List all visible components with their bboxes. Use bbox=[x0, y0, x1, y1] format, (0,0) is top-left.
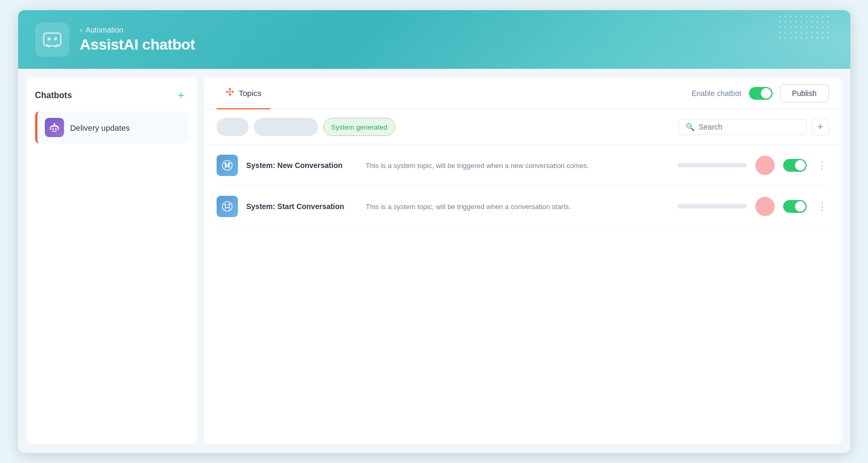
filter-pill-system-generated[interactable]: System generated bbox=[323, 118, 396, 136]
tab-topics-label: Topics bbox=[239, 89, 262, 98]
topic-name-1: System: New Conversation bbox=[246, 161, 343, 170]
chatbot-item-name: Delivery updates bbox=[70, 123, 130, 132]
topic-toggle-2[interactable] bbox=[783, 200, 807, 213]
header-title-section: ‹ Automation AssistAI chatbot bbox=[80, 26, 195, 53]
back-link[interactable]: ‹ Automation bbox=[80, 26, 195, 34]
topic-info-2: System: Start Conversation bbox=[246, 202, 353, 211]
chatbot-item-icon bbox=[45, 118, 64, 137]
search-box: 🔍 bbox=[679, 119, 807, 135]
topic-toggle-1[interactable] bbox=[783, 159, 807, 172]
table-row: System: New Conversation This is a syste… bbox=[217, 145, 829, 186]
topic-desc-1: This is a system topic, will be triggere… bbox=[366, 162, 669, 170]
sidebar-title: Chatbots bbox=[35, 91, 72, 100]
topic-icon-2 bbox=[217, 196, 238, 217]
search-input[interactable] bbox=[699, 123, 800, 131]
app-window: ‹ Automation AssistAI chatbot Chatbots + bbox=[18, 10, 850, 453]
filter-bar: System generated 🔍 + bbox=[204, 109, 842, 145]
filter-pill-1[interactable] bbox=[217, 118, 249, 136]
search-icon: 🔍 bbox=[686, 123, 695, 131]
topic-icon-1 bbox=[217, 155, 238, 176]
header: ‹ Automation AssistAI chatbot bbox=[18, 10, 850, 69]
topic-progress-2 bbox=[678, 204, 747, 209]
tab-bar: Topics Enable chatbot Publish bbox=[204, 77, 842, 109]
filter-right: 🔍 + bbox=[679, 118, 829, 135]
table-row: System: Start Conversation This is a sys… bbox=[217, 186, 829, 227]
svg-point-2 bbox=[54, 37, 57, 41]
svg-rect-0 bbox=[44, 33, 61, 46]
filter-pill-2[interactable] bbox=[254, 118, 318, 136]
svg-point-4 bbox=[232, 91, 234, 93]
topic-avatar-2 bbox=[755, 197, 775, 216]
sidebar: Chatbots + Delivery updates bbox=[27, 77, 197, 444]
svg-point-14 bbox=[228, 204, 230, 206]
svg-point-11 bbox=[228, 163, 230, 165]
topic-desc-2: This is a system topic, will be triggere… bbox=[366, 203, 669, 211]
topic-info-1: System: New Conversation bbox=[246, 161, 353, 170]
main-content: Chatbots + Delivery updates bbox=[18, 69, 850, 453]
topics-list: System: New Conversation This is a syste… bbox=[204, 145, 842, 444]
right-panel: Topics Enable chatbot Publish System gen… bbox=[204, 77, 842, 444]
svg-point-1 bbox=[47, 37, 51, 41]
svg-point-5 bbox=[229, 88, 231, 90]
topic-more-icon-2[interactable]: ⋮ bbox=[815, 201, 829, 212]
back-arrow-icon: ‹ bbox=[80, 26, 83, 34]
enable-chatbot-label: Enable chatbot bbox=[691, 89, 741, 98]
page-title: AssistAI chatbot bbox=[80, 36, 195, 53]
add-topic-button[interactable]: + bbox=[812, 118, 829, 135]
back-label: Automation bbox=[85, 26, 123, 34]
svg-point-13 bbox=[224, 204, 226, 206]
topic-avatar-1 bbox=[755, 156, 775, 175]
svg-point-9 bbox=[222, 161, 232, 170]
publish-button[interactable]: Publish bbox=[780, 84, 829, 102]
system-generated-label: System generated bbox=[331, 123, 388, 131]
svg-point-10 bbox=[224, 163, 226, 165]
svg-point-12 bbox=[222, 202, 232, 211]
filter-left: System generated bbox=[217, 118, 396, 136]
tab-topics[interactable]: Topics bbox=[217, 77, 270, 109]
svg-point-3 bbox=[226, 91, 228, 93]
topic-progress-1 bbox=[678, 163, 747, 167]
chatbot-item[interactable]: Delivery updates bbox=[35, 111, 189, 143]
enable-chatbot-toggle[interactable] bbox=[749, 87, 773, 100]
topic-name-2: System: Start Conversation bbox=[246, 202, 345, 211]
tab-bar-right: Enable chatbot Publish bbox=[691, 84, 829, 102]
svg-point-6 bbox=[229, 93, 231, 95]
sidebar-header: Chatbots + bbox=[35, 88, 189, 103]
topics-icon bbox=[225, 87, 235, 99]
topic-more-icon-1[interactable]: ⋮ bbox=[815, 159, 829, 171]
tabs: Topics bbox=[217, 77, 270, 109]
decorative-dots bbox=[779, 15, 829, 39]
add-chatbot-button[interactable]: + bbox=[174, 88, 189, 103]
app-logo bbox=[35, 22, 69, 57]
